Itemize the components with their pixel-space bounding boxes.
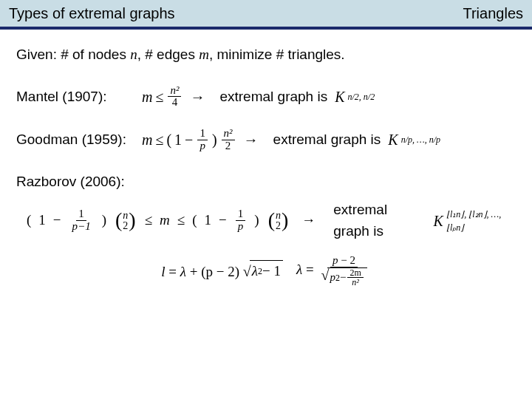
header-title-right: Triangles [463,5,523,22]
p2: (p − 2) [201,264,239,279]
mantel-formula: m ≤ n² 4 → [142,85,209,109]
raz-lambda-den: p2 − 2m n² [318,267,369,287]
raz-num1: 1 [76,208,86,221]
raz-lambda-frac: p − 2 p2 − 2m n² [318,255,369,287]
one: 1 [38,210,46,231]
eq: = [306,262,314,277]
raz-K-sym: K [434,210,443,232]
raz-den1: p−1 [70,221,93,233]
raz-frac2: 1 p [236,208,246,233]
rparen: ) [254,210,259,231]
le-icon: ≤ [155,86,163,108]
slide-header: Types of extremal graphs Triangles [0,0,532,30]
goodman-label: Goodman (1959): [16,129,142,151]
given-mid: , # edges [137,47,199,62]
raz-lambda-num: p − 2 [330,255,358,267]
goodman-formula: m ≤ (1 − 1 p ) n² 2 → [142,128,263,152]
p: p [332,254,338,266]
var-n: n [130,47,137,62]
goodman-frac2: n² 2 [222,128,235,152]
mantel-K: Kn/2, n/2 [335,86,375,108]
raz-result-text: extremal graph is [333,200,421,242]
mantel-K-sub: n/2, n/2 [348,90,375,103]
mantel-result-text: extremal graph is [219,86,327,108]
binom-rparen: ) [129,212,135,228]
raz-num2: 1 [236,208,246,221]
goodman-den1: p [197,140,208,152]
raz-2m-frac: 2m n² [347,268,363,287]
lparen: ( [27,210,31,231]
razborov-lambda-defs: l = λ + (p − 2) λ2 − 1 λ = p − 2 [16,255,516,287]
sqrt-icon: p2 − 2m n² [321,267,366,287]
mantel-K-sym: K [335,86,344,108]
rparen: ) [212,129,217,151]
goodman-num1: 1 [197,128,208,140]
one: 1 [205,210,212,231]
slide-content: Given: # of nodes n, # edges m, minimize… [0,30,532,302]
sqrt-radicand2: p2 − 2m n² [327,267,366,287]
binom-n: n [123,211,128,221]
var-m: m [199,47,209,62]
eq: = [168,264,177,279]
goodman-K-sub: n/p, …, n/p [401,133,440,146]
raz-binom1: ( n 2 ) [115,211,136,231]
mantel-label: Mantel (1907): [16,86,142,108]
le-icon: ≤ [177,210,185,231]
goodman-num2: n² [222,128,235,140]
sqrt-radicand1: λ2 − 1 [250,260,283,282]
goodman-result-text: extremal graph is [273,129,381,151]
goodman-m: m [142,129,152,151]
minus: − [185,129,193,151]
le-icon: ≤ [145,210,152,231]
goodman-K: Kn/p, …, n/p [388,129,440,151]
mantel-num: n² [168,85,181,98]
lambda: λ [180,264,186,279]
goodman-row: Goodman (1959): m ≤ (1 − 1 p ) n² 2 → ex… [16,128,516,152]
raz-frac1: 1 p−1 [70,208,93,233]
goodman-den2: 2 [223,140,233,152]
arrow-icon: → [190,86,205,108]
binom-n: n [276,211,281,221]
rparen: ) [102,210,106,231]
raz-K: K⌊l₁n⌋, ⌊l₂n⌋, …, ⌊lₚn⌋ [434,208,505,234]
razborov-block: Razborov (2006): (1 − 1 p−1 ) ( n 2 ) ≤ … [16,171,516,287]
mantel-frac: n² 4 [168,85,181,109]
raz-den2: p [236,221,246,233]
binom-stack1: n 2 [122,211,129,231]
raz-lambda-l: l = λ + (p − 2) λ2 − 1 [161,260,283,283]
arrow-icon: → [244,129,259,151]
binom-2: 2 [276,221,281,231]
arrow-icon: → [301,210,316,231]
raz-2m: 2m [347,268,363,279]
given-prefix: Given: # of nodes [16,47,130,62]
goodman-frac1: 1 p [197,128,208,152]
lambda-l: l [161,264,165,279]
raz-lambda-def: λ = p − 2 p2 − 2m n² [296,255,371,287]
mantel-m: m [142,86,152,108]
binom-lparen: ( [115,212,122,228]
sqrt-icon: λ2 − 1 [243,260,283,282]
goodman-K-sym: K [388,129,398,151]
binom-lparen: ( [268,212,275,228]
mantel-row: Mantel (1907): m ≤ n² 4 → extremal graph… [16,85,516,109]
razborov-label: Razborov (2006): [16,171,516,193]
lparen: ( [166,129,171,151]
given-statement: Given: # of nodes n, # edges m, minimize… [16,44,516,66]
sup2: 2 [258,265,262,278]
raz-binom2: ( n 2 ) [268,211,289,231]
binom-stack2: n 2 [275,211,282,231]
given-suffix: , minimize # triangles. [209,47,345,62]
lambda-sq: λ [252,261,258,282]
minus: − [53,210,61,231]
raz-n2: n² [349,278,361,287]
raz-m: m [160,210,170,231]
binom-rparen: ) [282,212,288,228]
minus: − [219,210,227,231]
lambda: λ [296,262,302,277]
one: 1 [174,129,182,151]
razborov-condition: (1 − 1 p−1 ) ( n 2 ) ≤ m ≤ (1 − 1 p ) [27,200,516,242]
header-title-left: Types of extremal graphs [9,5,175,22]
p: p [330,272,335,284]
raz-K-sub: ⌊l₁n⌋, ⌊l₂n⌋, …, ⌊lₚn⌋ [446,208,505,234]
lparen: ( [192,210,197,231]
